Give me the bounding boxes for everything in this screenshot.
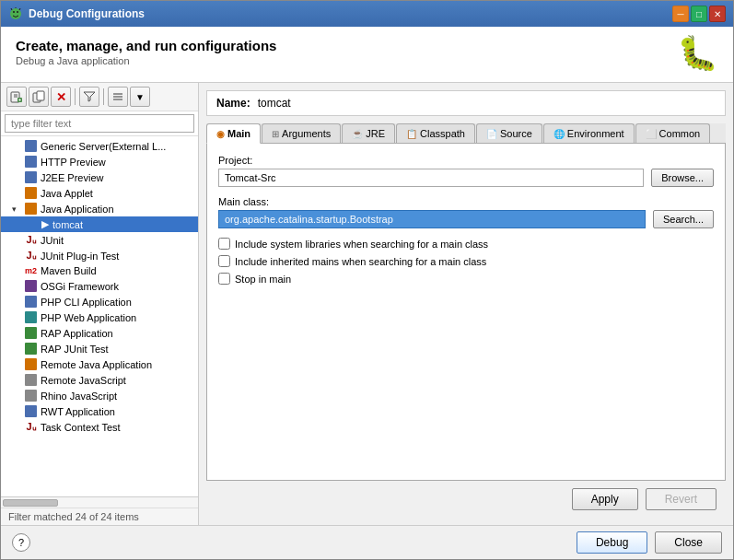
expand-icon bbox=[12, 189, 21, 198]
item-label: HTTP Preview bbox=[41, 157, 106, 168]
item-label: RWT Application bbox=[41, 406, 115, 417]
list-item[interactable]: m2 Maven Build bbox=[1, 263, 198, 278]
tab-environment[interactable]: 🌐 Environment bbox=[543, 123, 635, 143]
project-input[interactable] bbox=[218, 169, 644, 187]
maximize-button[interactable]: □ bbox=[691, 6, 707, 22]
list-item[interactable]: OSGi Framework bbox=[1, 278, 198, 294]
right-panel: Name: tomcat ◉ Main ⊞ Arguments ☕ JRE bbox=[199, 83, 733, 525]
rap-application-item[interactable]: RAP Application bbox=[1, 325, 198, 341]
new-config-button[interactable] bbox=[6, 87, 27, 107]
arguments-tab-icon: ⊞ bbox=[272, 129, 279, 139]
tab-jre[interactable]: ☕ JRE bbox=[342, 123, 395, 143]
list-item[interactable]: Java Applet bbox=[1, 185, 198, 201]
expand-icon bbox=[29, 220, 38, 229]
filter-input[interactable] bbox=[5, 114, 194, 133]
tab-environment-label: Environment bbox=[567, 128, 624, 139]
duplicate-button[interactable] bbox=[29, 87, 49, 107]
scrollbar-thumb[interactable] bbox=[3, 499, 58, 507]
tomcat-item[interactable]: ▶ tomcat bbox=[1, 216, 198, 232]
collapse-button[interactable] bbox=[108, 87, 128, 107]
source-tab-icon: 📄 bbox=[486, 129, 497, 139]
delete-button[interactable]: ✕ bbox=[51, 87, 71, 107]
filter-button[interactable] bbox=[79, 87, 99, 107]
tab-arguments[interactable]: ⊞ Arguments bbox=[262, 123, 341, 143]
item-label: Maven Build bbox=[41, 265, 97, 276]
expand-icon bbox=[12, 158, 21, 167]
header-title: Create, manage, and run configurations bbox=[16, 38, 276, 53]
list-item[interactable]: RAP JUnit Test bbox=[1, 341, 198, 356]
item-label: JUnit bbox=[41, 235, 64, 246]
junit-plugin-icon: Jᵤ bbox=[25, 250, 37, 262]
debug-arrow-icon: ▶ bbox=[41, 218, 49, 230]
include-system-libs-label: Include system libraries when searching … bbox=[235, 239, 488, 250]
include-inherited-mains-checkbox[interactable] bbox=[218, 255, 230, 267]
tree-list[interactable]: Generic Server(External L... HTTP Previe… bbox=[1, 136, 198, 496]
item-label: PHP CLI Application bbox=[41, 297, 132, 308]
item-label: PHP Web Application bbox=[41, 312, 136, 323]
tab-classpath-label: Classpath bbox=[420, 128, 465, 139]
java-applet-icon bbox=[25, 187, 37, 199]
item-label: JUnit Plug-in Test bbox=[41, 251, 119, 262]
browse-button[interactable]: Browse... bbox=[651, 169, 714, 187]
expand-icon bbox=[12, 391, 21, 401]
apply-button[interactable]: Apply bbox=[572, 488, 638, 510]
item-label: Remote Java Application bbox=[41, 359, 152, 370]
include-inherited-mains-label: Include inherited mains when searching f… bbox=[235, 256, 486, 267]
list-item[interactable]: PHP CLI Application bbox=[1, 294, 198, 309]
list-item[interactable]: Remote JavaScript bbox=[1, 372, 198, 388]
tab-source-label: Source bbox=[500, 128, 532, 139]
tab-common[interactable]: ⬜ Common bbox=[635, 123, 711, 143]
left-toolbar: ✕ ▼ bbox=[1, 83, 198, 111]
main-class-input[interactable] bbox=[218, 210, 646, 228]
php-web-icon bbox=[25, 311, 37, 323]
common-tab-icon: ⬜ bbox=[646, 129, 657, 139]
list-item[interactable]: J2EE Preview bbox=[1, 169, 198, 185]
list-item[interactable]: RWT Application bbox=[1, 403, 198, 419]
checkbox-row-1: Include system libraries when searching … bbox=[218, 238, 714, 250]
remote-java-item[interactable]: Remote Java Application bbox=[1, 356, 198, 372]
classpath-tab-icon: 📋 bbox=[406, 129, 417, 139]
menu-button[interactable]: ▼ bbox=[130, 87, 150, 107]
main-tab-icon: ◉ bbox=[216, 129, 225, 139]
list-item[interactable]: Rhino JavaScript bbox=[1, 388, 198, 403]
tab-source[interactable]: 📄 Source bbox=[476, 123, 542, 143]
horizontal-scrollbar[interactable] bbox=[1, 496, 198, 508]
debug-button[interactable]: Debug bbox=[577, 531, 647, 554]
tab-arguments-label: Arguments bbox=[282, 128, 331, 139]
junit-icon: Jᵤ bbox=[25, 234, 37, 246]
expand-icon bbox=[12, 360, 21, 369]
tab-jre-label: JRE bbox=[366, 128, 385, 139]
item-label: OSGi Framework bbox=[41, 281, 119, 292]
tab-main[interactable]: ◉ Main bbox=[206, 123, 261, 144]
list-item[interactable]: Jᵤ JUnit bbox=[1, 232, 198, 248]
java-application-item[interactable]: ▾ Java Application bbox=[1, 201, 198, 216]
checkbox-row-3: Stop in main bbox=[218, 273, 714, 285]
task-icon: Jᵤ bbox=[25, 421, 37, 433]
name-row: Name: tomcat bbox=[206, 90, 726, 116]
tabs-bar: ◉ Main ⊞ Arguments ☕ JRE 📋 Classpath 📄 bbox=[206, 123, 726, 144]
help-button[interactable]: ? bbox=[12, 533, 30, 552]
http-preview-icon bbox=[25, 156, 37, 168]
list-item[interactable]: HTTP Preview bbox=[1, 154, 198, 169]
expand-icon bbox=[12, 282, 21, 291]
close-button[interactable]: Close bbox=[655, 531, 722, 554]
list-item[interactable]: Jᵤ JUnit Plug-in Test bbox=[1, 248, 198, 263]
list-item[interactable]: PHP Web Application bbox=[1, 309, 198, 325]
revert-button[interactable]: Revert bbox=[646, 488, 717, 510]
stop-in-main-checkbox[interactable] bbox=[218, 273, 230, 285]
tab-content-main: Project: Browse... Main class: Debug Sea… bbox=[206, 144, 726, 481]
search-class-button[interactable]: Search... bbox=[653, 210, 714, 228]
minimize-button[interactable]: ─ bbox=[672, 6, 689, 22]
svg-point-2 bbox=[17, 11, 18, 13]
environment-tab-icon: 🌐 bbox=[553, 129, 565, 139]
include-system-libs-checkbox[interactable] bbox=[218, 238, 230, 250]
filter-status: Filter matched 24 of 24 items bbox=[1, 508, 198, 525]
list-item[interactable]: Generic Server(External L... bbox=[1, 138, 198, 154]
rap-junit-icon bbox=[25, 343, 37, 355]
bug-icon: 🐛 bbox=[677, 34, 718, 73]
tab-classpath[interactable]: 📋 Classpath bbox=[396, 123, 475, 143]
close-button[interactable]: ✕ bbox=[709, 6, 726, 22]
list-item[interactable]: Jᵤ Task Context Test bbox=[1, 419, 198, 435]
item-label: Java Application bbox=[41, 204, 114, 215]
item-label: J2EE Preview bbox=[41, 172, 103, 183]
